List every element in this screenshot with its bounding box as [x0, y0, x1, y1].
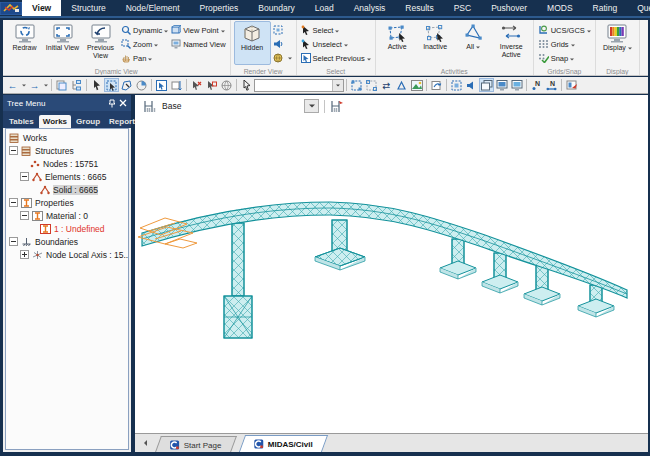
render-perspective-button[interactable]	[272, 38, 293, 50]
unselect-button[interactable]: Unselect	[300, 38, 372, 50]
perspective-button[interactable]	[464, 78, 479, 92]
render-options-button[interactable]	[272, 52, 293, 64]
tree-item-node-local-axis[interactable]: Node Local Axis : 15...	[6, 248, 128, 261]
display-button[interactable]: Display	[599, 21, 636, 65]
tab-node-element[interactable]: Node/Element	[116, 0, 190, 16]
tree-item-solid[interactable]: Solid : 6665	[6, 183, 128, 196]
collapse-expander[interactable]	[9, 198, 18, 207]
render-shrink-button[interactable]	[272, 24, 293, 36]
stage-option-icon[interactable]	[330, 100, 344, 113]
select-button[interactable]: Select	[300, 24, 372, 36]
select-window-button[interactable]	[104, 78, 119, 92]
redraw-button[interactable]: Redraw	[6, 21, 43, 65]
model-tree-button[interactable]	[69, 78, 84, 92]
unselect-window-button[interactable]	[189, 78, 204, 92]
initial-view-button[interactable]: Initial View	[44, 21, 81, 65]
tree-item-works[interactable]: Works	[6, 131, 128, 144]
tree-item-nodes[interactable]: Nodes : 15751	[6, 157, 128, 170]
previous-view-button[interactable]: Previous View	[82, 21, 119, 65]
tab-properties[interactable]: Properties	[190, 0, 249, 16]
element-number-button[interactable]: N	[544, 78, 559, 92]
tab-psc[interactable]: PSC	[444, 0, 481, 16]
redo-dropdown[interactable]	[42, 78, 49, 92]
tree-tab-tables[interactable]: Tables	[5, 115, 38, 128]
tab-query[interactable]: Query	[627, 0, 650, 16]
inactive-button[interactable]: Inactive	[417, 21, 454, 65]
display-option-button[interactable]	[564, 78, 579, 92]
tree-item-material-undefined[interactable]: 1 : Undefined	[6, 222, 128, 235]
stage-select-value[interactable]: Base	[162, 101, 181, 111]
inverse-active-button[interactable]: Inverse Active	[493, 21, 530, 65]
pan-button[interactable]: Pan	[120, 52, 169, 64]
render-view-button[interactable]	[494, 78, 509, 92]
tab-rating[interactable]: Rating	[583, 0, 628, 16]
model-canvas[interactable]	[135, 117, 648, 433]
tab-view[interactable]: View	[22, 0, 61, 16]
select-single-button[interactable]	[89, 78, 104, 92]
expand-expander[interactable]	[20, 250, 29, 259]
app-logo-icon[interactable]	[0, 0, 22, 16]
zoom-button[interactable]: Zoom	[120, 38, 169, 50]
tree-item-elements[interactable]: Elements : 6665	[6, 170, 128, 183]
select-intersect-button[interactable]	[134, 78, 149, 92]
collapse-expander[interactable]	[9, 146, 18, 155]
tab-analysis[interactable]: Analysis	[344, 0, 396, 16]
redo-view-button[interactable]: →	[27, 78, 42, 92]
tab-load[interactable]: Load	[305, 0, 344, 16]
activity-swap-button[interactable]: ⇄	[379, 78, 394, 92]
tree-tab-works[interactable]: Works	[39, 115, 71, 128]
hidden-surface-button[interactable]	[479, 78, 494, 92]
collapse-expander[interactable]	[20, 211, 29, 220]
dynamic-button[interactable]: Dynamic	[120, 24, 169, 36]
combo-dropdown[interactable]	[332, 80, 343, 91]
tab-scroll-left-button[interactable]	[138, 434, 150, 452]
new-window-button[interactable]: New Window	[643, 21, 648, 65]
tab-structure[interactable]: Structure	[61, 0, 116, 16]
select-previous-button[interactable]: Select Previous	[300, 52, 372, 64]
tree-item-boundaries[interactable]: Boundaries	[6, 235, 128, 248]
named-selection-combobox[interactable]	[254, 79, 344, 92]
view-point-button[interactable]: View Point	[170, 24, 226, 36]
undo-view-button[interactable]: ←	[5, 78, 20, 92]
activate-button[interactable]	[349, 78, 364, 92]
pointer-button[interactable]	[239, 78, 254, 92]
zoom-fit-button[interactable]	[409, 78, 424, 92]
tree-item-structures[interactable]: Structures	[6, 144, 128, 157]
select-previous-label: Select Previous	[313, 54, 371, 63]
undo-dropdown[interactable]	[20, 78, 27, 92]
select-previous-quick-button[interactable]	[154, 78, 169, 92]
tree-item-properties[interactable]: Properties	[6, 196, 128, 209]
node-number-button[interactable]: N	[529, 78, 544, 92]
pin-icon[interactable]	[108, 99, 116, 108]
start-page-tab[interactable]: Start Page	[155, 436, 237, 452]
activate-all-button[interactable]	[394, 78, 409, 92]
tree-tab-report[interactable]: Report	[105, 115, 139, 128]
unselect-globe-button[interactable]	[219, 78, 234, 92]
select-identity-button[interactable]	[169, 78, 184, 92]
stage-dropdown[interactable]	[304, 99, 319, 113]
tree-tab-group[interactable]: Group	[72, 115, 104, 128]
display-view-button[interactable]	[509, 78, 524, 92]
collapse-expander[interactable]	[20, 172, 29, 181]
tree-item-material[interactable]: Material : 0	[6, 209, 128, 222]
select-polygon-button[interactable]	[119, 78, 134, 92]
tab-boundary[interactable]: Boundary	[248, 0, 304, 16]
grids-button[interactable]: Grids	[537, 38, 592, 50]
snap-button[interactable]: Snap	[537, 52, 592, 64]
hidden-button[interactable]: Hidden	[234, 21, 271, 65]
unselect-all-button[interactable]	[204, 78, 219, 92]
active-button[interactable]: Active	[379, 21, 416, 65]
tab-results[interactable]: Results	[395, 0, 443, 16]
named-view-button[interactable]: Named View	[170, 38, 226, 50]
deactivate-button[interactable]	[364, 78, 379, 92]
close-panel-icon[interactable]	[119, 99, 127, 107]
shrink-elements-button[interactable]	[449, 78, 464, 92]
collapse-expander[interactable]	[9, 237, 18, 246]
tab-pushover[interactable]: Pushover	[481, 0, 537, 16]
ucs-gcs-button[interactable]: UCS/GCS	[537, 24, 592, 36]
midas-civil-tab[interactable]: MIDAS/Civil	[239, 435, 328, 452]
copy-image-button[interactable]	[54, 78, 69, 92]
dynamic-rotate-button[interactable]	[429, 78, 444, 92]
tab-mods[interactable]: MODS	[537, 0, 583, 16]
all-button[interactable]: All	[455, 21, 492, 65]
